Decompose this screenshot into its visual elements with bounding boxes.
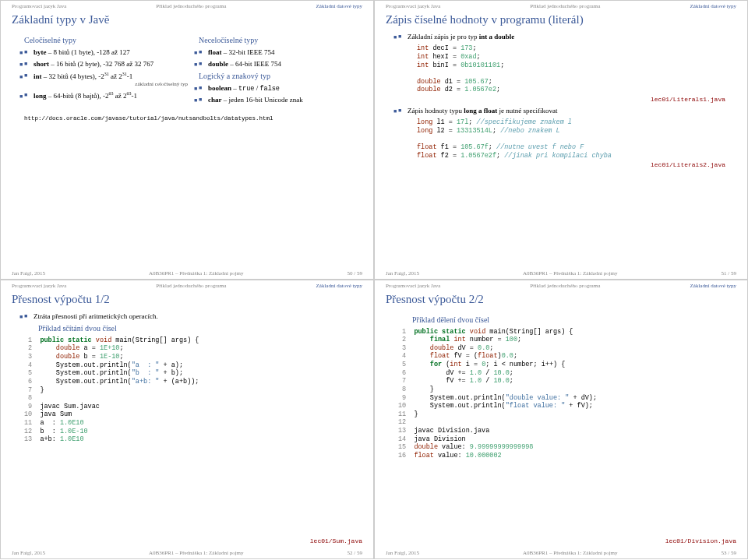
slide-footer: Jan Faigl, 2015 A0B36PR1 – Přednáška 1: …: [375, 270, 747, 276]
crumb-2: Příklad jednoduchého programu: [156, 3, 226, 9]
bool-char-heading: Logický a znakový typ: [199, 72, 362, 82]
int-note: základní celočíselný typ: [34, 81, 188, 88]
bullet-long-float: Zápis hodnoty typu long a float je nutné…: [398, 107, 736, 169]
slide-3: Programovací jazyk Java Příklad jednoduc…: [0, 280, 374, 559]
nonint-types-heading: Neceločíselné typy: [199, 36, 362, 46]
code-literals2: long l1 = 17l; //specifikujeme znakem l …: [417, 118, 736, 160]
type-byte: byte – 8 bitů (1 byte), -128 až 127: [24, 48, 188, 57]
example-sum-heading: Příklad sčítání dvou čísel: [38, 324, 362, 334]
slide-2: Programovací jazyk Java Příklad jednoduc…: [374, 0, 748, 280]
file-label: lec01/Division.java: [665, 537, 747, 544]
breadcrumb: Programovací jazyk Java Příklad jednoduc…: [375, 280, 747, 289]
crumb-1: Programovací jazyk Java: [12, 3, 66, 9]
slide-title: Základní typy v Javě: [1, 9, 373, 33]
footer-page: 50 / 59: [348, 270, 362, 276]
type-double: double – 64-bit IEEE 754: [199, 60, 362, 69]
bullet-precision-loss: Ztráta přesnosti při aritmetických opera…: [24, 312, 362, 321]
bullet-default-types: Základní zápis je pro typ int a double i…: [398, 33, 736, 104]
breadcrumb: Programovací jazyk Java Příklad jednoduc…: [1, 1, 373, 9]
file-label-2: lec01/Literals2.java: [408, 161, 736, 169]
breadcrumb: Programovací jazyk Java Příklad jednoduc…: [375, 1, 747, 9]
type-short: short – 16 bitů (2 byte), -32 768 až 32 …: [24, 60, 188, 69]
code-literals1: int decI = 173; int hexI = 0xad; int bin…: [417, 44, 736, 94]
footer-mid: A0B36PR1 – Přednáška 1: Základní pojmy: [149, 270, 244, 276]
footer-author: Jan Faigl, 2015: [12, 270, 45, 276]
slide-1: Programovací jazyk Java Příklad jednoduc…: [0, 0, 374, 280]
type-float: float – 32-bit IEEE 754: [199, 48, 362, 57]
slide-footer: Jan Faigl, 2015 A0B36PR1 – Přednáška 1: …: [375, 550, 747, 556]
type-int: int – 32 bitů (4 bytes), -231 až 231-1 z…: [24, 72, 188, 88]
slide-title: Přesnost výpočtu 2/2: [375, 289, 747, 312]
breadcrumb: Programovací jazyk Java Příklad jednoduc…: [1, 280, 373, 289]
slide-title: Zápis číselné hodnoty v programu (literá…: [375, 9, 747, 33]
file-label-1: lec01/Literals1.java: [408, 96, 736, 104]
code-sum: 1 public static void main(String[] args)…: [24, 336, 362, 444]
slide-footer: Jan Faigl, 2015 A0B36PR1 – Přednáška 1: …: [1, 550, 373, 556]
code-division: 1 public static void main(String[] args)…: [398, 328, 736, 460]
int-types-heading: Celočíselné typy: [24, 36, 188, 46]
slide-title: Přesnost výpočtu 1/2: [1, 289, 373, 312]
crumb-3: Základní datové typy: [316, 3, 362, 9]
slide-4: Programovací jazyk Java Příklad jednoduc…: [374, 280, 748, 559]
example-div-heading: Příklad dělení dvou čísel: [412, 315, 736, 326]
file-label: lec01/Sum.java: [310, 537, 373, 544]
type-char: char – jeden 16-bit Unicode znak: [199, 96, 362, 104]
slide-footer: Jan Faigl, 2015 A0B36PR1 – Přednáška 1: …: [1, 270, 373, 276]
type-boolean: boolean – true / false: [199, 84, 362, 93]
doc-url: http://docs.oracle.com/javase/tutorial/j…: [24, 115, 362, 122]
type-long: long – 64-bitů (8 bajtů), -263 až 263-1: [24, 91, 188, 100]
